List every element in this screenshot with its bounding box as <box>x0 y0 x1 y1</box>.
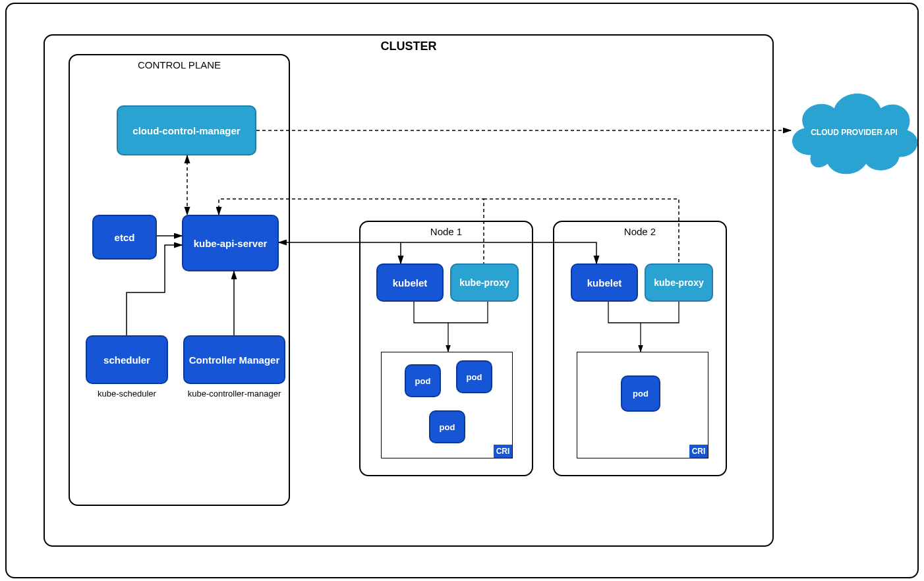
kube-api-server-box: kube-api-server <box>182 215 279 271</box>
cloud-provider-api-shape: CLOUD PROVIDER API <box>782 79 924 191</box>
etcd-label: etcd <box>115 232 135 243</box>
node2-kube-proxy-box: kube-proxy <box>645 263 713 302</box>
control-plane-title: CONTROL PLANE <box>70 59 289 70</box>
node2-kubelet-label: kubelet <box>587 277 622 289</box>
node2-pod1-box: pod <box>621 375 660 412</box>
kube-api-server-label: kube-api-server <box>194 238 268 249</box>
node1-pod3-label: pod <box>440 422 455 432</box>
node1-title: Node 1 <box>361 226 532 237</box>
controller-manager-box: Controller Manager <box>183 335 285 384</box>
cloud-control-manager-label: cloud-control-manager <box>132 125 240 136</box>
node1-cri-tag: CRI <box>494 445 512 458</box>
cloud-provider-api-label: CLOUD PROVIDER API <box>811 128 898 137</box>
node1-kubelet-label: kubelet <box>393 277 428 289</box>
node2-title: Node 2 <box>554 226 726 237</box>
node2-kube-proxy-label: kube-proxy <box>654 277 703 288</box>
node1-pod1-label: pod <box>415 376 431 386</box>
node1-pod2-label: pod <box>467 372 482 382</box>
node1-kube-proxy-label: kube-proxy <box>459 277 509 288</box>
node1-pod2-box: pod <box>456 360 492 393</box>
diagram-canvas: CLUSTER CONTROL PLANE cloud-control-mana… <box>0 0 924 581</box>
node1-pod3-box: pod <box>429 410 465 443</box>
scheduler-sublabel: kube-scheduler <box>86 389 168 399</box>
scheduler-label: scheduler <box>103 354 150 366</box>
node1-kubelet-box: kubelet <box>376 263 444 302</box>
cloud-control-manager-box: cloud-control-manager <box>117 105 256 155</box>
controller-manager-label: Controller Manager <box>189 354 280 366</box>
etcd-box: etcd <box>92 215 157 260</box>
controller-manager-sublabel: kube-controller-manager <box>183 389 285 399</box>
node1-kube-proxy-box: kube-proxy <box>450 263 519 302</box>
cluster-title: CLUSTER <box>45 40 772 53</box>
node2-pod1-label: pod <box>633 389 649 399</box>
node2-kubelet-box: kubelet <box>571 263 638 302</box>
scheduler-box: scheduler <box>86 335 168 384</box>
node1-pod1-box: pod <box>405 364 441 397</box>
node2-cri-tag: CRI <box>689 445 708 458</box>
